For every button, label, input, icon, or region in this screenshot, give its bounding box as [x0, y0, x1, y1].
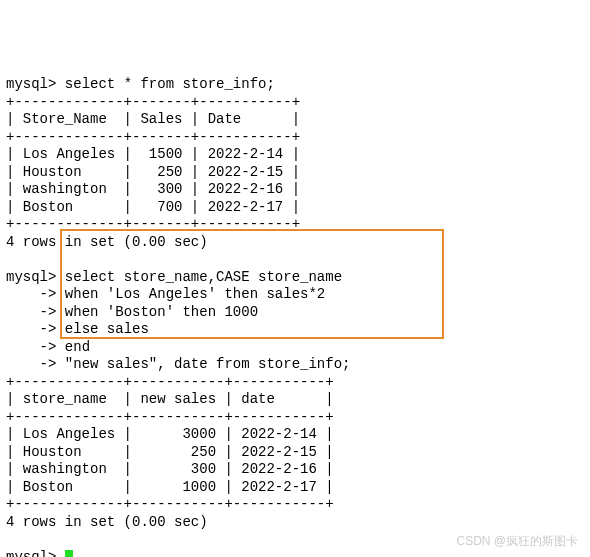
mysql-continuation[interactable]: -> else sales — [6, 321, 149, 337]
mysql-continuation[interactable]: -> "new sales", date from store_info; — [6, 356, 350, 372]
result-footer: 4 rows in set (0.00 sec) — [6, 234, 208, 250]
table-border: +-------------+-----------+-----------+ — [6, 374, 334, 390]
sql-line: "new sales", date from store_info; — [65, 356, 351, 372]
table-row: | Boston | 700 | 2022-2-17 | — [6, 199, 300, 215]
sql-line: when 'Boston' then 1000 — [65, 304, 258, 320]
table-border: +-------------+-----------+-----------+ — [6, 409, 334, 425]
table-row: | Los Angeles | 1500 | 2022-2-14 | — [6, 146, 300, 162]
mysql-continuation[interactable]: -> end — [6, 339, 90, 355]
table-row: | Boston | 1000 | 2022-2-17 | — [6, 479, 334, 495]
table-row: | washington | 300 | 2022-2-16 | — [6, 461, 334, 477]
sql-line: select store_name,CASE store_name — [65, 269, 342, 285]
result-footer: 4 rows in set (0.00 sec) — [6, 514, 208, 530]
table-header: | store_name | new sales | date | — [6, 391, 334, 407]
table-row: | Houston | 250 | 2022-2-15 | — [6, 164, 300, 180]
sql-line: when 'Los Angeles' then sales*2 — [65, 286, 325, 302]
sql-line: else sales — [65, 321, 149, 337]
table-border: +-------------+-------+-----------+ — [6, 216, 300, 232]
table-row: | Houston | 250 | 2022-2-15 | — [6, 444, 334, 460]
table-border: +-------------+-------+-----------+ — [6, 129, 300, 145]
cursor-icon — [65, 550, 73, 558]
mysql-prompt[interactable]: mysql> select store_name,CASE store_name — [6, 269, 342, 285]
table-header: | Store_Name | Sales | Date | — [6, 111, 300, 127]
table-border: +-------------+-------+-----------+ — [6, 94, 300, 110]
mysql-prompt[interactable]: mysql> select * from store_info; — [6, 76, 275, 92]
sql-query-1: select * from store_info; — [65, 76, 275, 92]
sql-line: end — [65, 339, 90, 355]
table-row: | Los Angeles | 3000 | 2022-2-14 | — [6, 426, 334, 442]
watermark: CSDN @疯狂的斯图卡 — [456, 534, 578, 549]
table-row: | washington | 300 | 2022-2-16 | — [6, 181, 300, 197]
table-border: +-------------+-----------+-----------+ — [6, 496, 334, 512]
mysql-prompt[interactable]: mysql> — [6, 549, 73, 558]
mysql-continuation[interactable]: -> when 'Boston' then 1000 — [6, 304, 258, 320]
terminal-output: mysql> select * from store_info; +------… — [6, 76, 584, 557]
mysql-continuation[interactable]: -> when 'Los Angeles' then sales*2 — [6, 286, 325, 302]
